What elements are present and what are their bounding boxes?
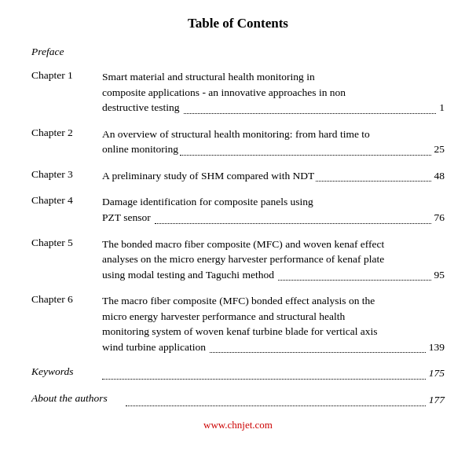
page-title: Table of Contents [31, 16, 445, 31]
toc-entry-chapter2: Chapter 2 An overview of structural heal… [31, 127, 445, 157]
chapter5-content: The bonded macro fiber composite (MFC) a… [102, 237, 445, 283]
about-label: About the authors [31, 392, 126, 405]
chapter2-content: An overview of structural health monitor… [102, 127, 445, 157]
toc-entry-chapter4: Chapter 4 Damage identification for comp… [31, 194, 445, 225]
chapter5-label: Chapter 5 [31, 237, 102, 249]
chapter4-label: Chapter 4 [31, 194, 102, 207]
chapter3-label: Chapter 3 [31, 168, 102, 181]
chapter2-label: Chapter 2 [31, 127, 102, 139]
keywords-content: 175 [102, 365, 445, 381]
preface-entry: Preface [31, 46, 445, 58]
toc-entry-chapter3: Chapter 3 A preliminary study of SHM com… [31, 168, 445, 184]
chapter3-content: A preliminary study of SHM compared with… [102, 168, 445, 184]
keywords-label: Keywords [31, 365, 102, 378]
chapter6-label: Chapter 6 [31, 293, 102, 306]
toc-entry-about: About the authors 177 [31, 392, 445, 408]
toc-entry-chapter1: Chapter 1 Smart material and structural … [31, 69, 445, 116]
about-content: 177 [126, 392, 445, 408]
chapter6-content: The macro fiber composite (MFC) bonded e… [102, 293, 445, 354]
chapter1-content: Smart material and structural health mon… [102, 69, 445, 116]
chapter1-label: Chapter 1 [31, 69, 102, 82]
toc-entry-chapter6: Chapter 6 The macro fiber composite (MFC… [31, 293, 445, 354]
toc-entry-chapter5: Chapter 5 The bonded macro fiber composi… [31, 237, 445, 283]
footer-link: www.chnjet.com [31, 419, 445, 431]
chapter4-content: Damage identification for composite pane… [102, 194, 445, 225]
toc-entry-keywords: Keywords 175 [31, 365, 445, 381]
